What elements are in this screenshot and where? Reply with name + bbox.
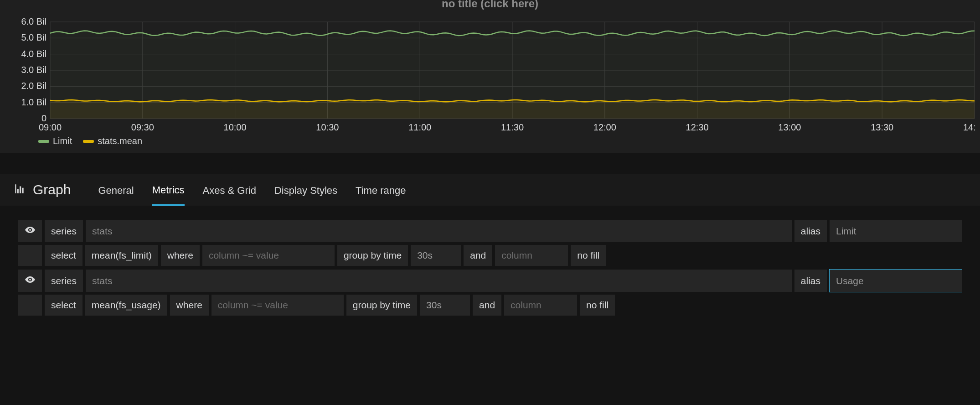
svg-text:13:00: 13:00 bbox=[778, 122, 801, 132]
select-label: select bbox=[45, 295, 83, 316]
svg-text:0: 0 bbox=[41, 113, 46, 123]
select-label: select bbox=[45, 245, 83, 266]
alias-label: alias bbox=[794, 270, 827, 292]
groupby-input[interactable] bbox=[411, 245, 461, 266]
svg-text:6.0 Bil: 6.0 Bil bbox=[21, 16, 46, 26]
eye-icon bbox=[25, 224, 36, 238]
svg-text:11:30: 11:30 bbox=[501, 122, 524, 132]
where-label: where bbox=[161, 245, 200, 266]
svg-text:2.0 Bil: 2.0 Bil bbox=[21, 81, 46, 91]
svg-text:10:00: 10:00 bbox=[224, 122, 247, 132]
query-row-select: select mean(fs_limit) where group by tim… bbox=[18, 245, 962, 266]
groupby-label: group by time bbox=[337, 245, 408, 266]
eye-icon bbox=[25, 274, 36, 287]
query-block: series alias select mean(fs_limit) where… bbox=[18, 220, 962, 266]
query-row-select: select mean(fs_usage) where group by tim… bbox=[18, 295, 962, 316]
groupby-label: group by time bbox=[346, 295, 417, 316]
svg-text:12:30: 12:30 bbox=[686, 122, 709, 132]
series-label: series bbox=[45, 220, 83, 242]
toggle-visibility-button[interactable] bbox=[18, 220, 42, 242]
legend-item-statsmean[interactable]: stats.mean bbox=[83, 136, 142, 146]
and-input[interactable] bbox=[504, 295, 577, 316]
svg-text:14:00: 14:00 bbox=[963, 122, 975, 132]
editor-title: Graph bbox=[33, 182, 71, 197]
alias-label: alias bbox=[794, 220, 827, 242]
svg-text:12:00: 12:00 bbox=[593, 122, 616, 132]
groupby-input[interactable] bbox=[420, 295, 470, 316]
legend-swatch bbox=[38, 140, 49, 143]
tab-metrics[interactable]: Metrics bbox=[152, 182, 185, 206]
legend-label: stats.mean bbox=[98, 136, 142, 146]
chart-area[interactable]: 01.0 Bil2.0 Bil3.0 Bil4.0 Bil5.0 Bil6.0 … bbox=[0, 12, 980, 130]
svg-text:5.0 Bil: 5.0 Bil bbox=[21, 32, 46, 42]
svg-text:1.0 Bil: 1.0 Bil bbox=[21, 97, 46, 107]
series-label: series bbox=[45, 270, 83, 292]
query-editor: series alias select mean(fs_limit) where… bbox=[0, 206, 980, 333]
query-row-series: series alias bbox=[18, 220, 962, 242]
svg-text:09:00: 09:00 bbox=[39, 122, 62, 132]
tab-display-styles[interactable]: Display Styles bbox=[274, 183, 337, 205]
bar-chart-icon bbox=[14, 183, 26, 197]
row-spacer bbox=[18, 245, 42, 266]
svg-text:4.0 Bil: 4.0 Bil bbox=[21, 49, 46, 59]
series-input[interactable] bbox=[86, 220, 792, 242]
fill-toggle[interactable]: no fill bbox=[571, 245, 606, 266]
and-label: and bbox=[464, 245, 492, 266]
editor-tab-bar: Graph General Metrics Axes & Grid Displa… bbox=[0, 174, 980, 206]
alias-input[interactable] bbox=[830, 270, 962, 292]
select-value[interactable]: mean(fs_usage) bbox=[85, 295, 167, 316]
where-input[interactable] bbox=[202, 245, 335, 266]
and-label: and bbox=[473, 295, 501, 316]
legend-label: Limit bbox=[53, 136, 72, 146]
query-row-series: series alias bbox=[18, 270, 962, 292]
editor-title-wrap: Graph bbox=[14, 182, 71, 206]
legend-swatch bbox=[83, 140, 94, 143]
editor-gap bbox=[0, 153, 980, 174]
fill-toggle[interactable]: no fill bbox=[580, 295, 615, 316]
where-label: where bbox=[170, 295, 209, 316]
svg-text:11:00: 11:00 bbox=[408, 122, 431, 132]
alias-input[interactable] bbox=[830, 220, 962, 242]
svg-text:10:30: 10:30 bbox=[316, 122, 339, 132]
where-input[interactable] bbox=[211, 295, 344, 316]
row-spacer bbox=[18, 295, 42, 316]
svg-text:09:30: 09:30 bbox=[131, 122, 154, 132]
toggle-visibility-button[interactable] bbox=[18, 270, 42, 292]
svg-text:13:30: 13:30 bbox=[871, 122, 893, 132]
tab-axes-grid[interactable]: Axes & Grid bbox=[203, 183, 256, 205]
legend-item-limit[interactable]: Limit bbox=[38, 136, 72, 146]
and-input[interactable] bbox=[495, 245, 568, 266]
select-value[interactable]: mean(fs_limit) bbox=[85, 245, 158, 266]
svg-text:3.0 Bil: 3.0 Bil bbox=[21, 65, 46, 75]
tab-general[interactable]: General bbox=[98, 183, 134, 205]
panel-title[interactable]: no title (click here) bbox=[0, 0, 980, 12]
chart-panel: no title (click here) 01.0 Bil2.0 Bil3.0… bbox=[0, 0, 980, 153]
series-input[interactable] bbox=[86, 270, 792, 292]
tab-time-range[interactable]: Time range bbox=[356, 183, 406, 205]
query-block: series alias select mean(fs_usage) where… bbox=[18, 270, 962, 316]
